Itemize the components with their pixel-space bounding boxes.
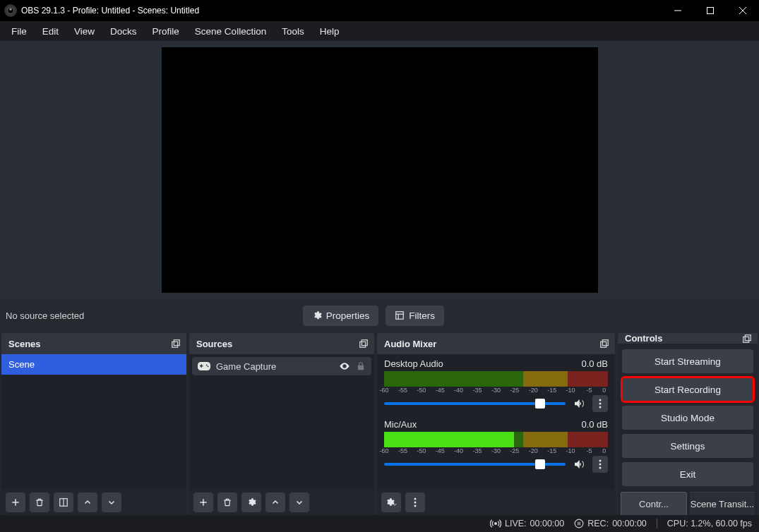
mixer-header[interactable]: Audio Mixer	[377, 333, 615, 354]
meter-ticks: -60-55-50-45-40-35-30-25-20-15-10-50	[384, 447, 608, 454]
pause-icon	[574, 519, 584, 528]
sources-title: Sources	[196, 339, 232, 349]
menu-help[interactable]: Help	[313, 23, 347, 40]
audio-meter	[384, 432, 608, 447]
add-source-button[interactable]	[193, 492, 213, 512]
start-recording-button[interactable]: Start Recording	[622, 377, 753, 401]
window-titlebar: OBS 29.1.3 - Profile: Untitled - Scenes:…	[0, 0, 759, 21]
window-maximize-button[interactable]	[694, 0, 727, 21]
scenes-header[interactable]: Scenes	[1, 333, 186, 354]
trash-icon	[35, 497, 44, 507]
window-close-button[interactable]	[727, 0, 759, 21]
exit-button[interactable]: Exit	[622, 462, 753, 486]
sources-dock: Sources Game Capture	[189, 333, 374, 515]
rec-label: REC:	[587, 519, 609, 528]
menu-profile[interactable]: Profile	[145, 23, 186, 40]
menu-tools[interactable]: Tools	[275, 23, 311, 40]
controls-header[interactable]: Controls	[618, 333, 758, 344]
popout-icon[interactable]	[171, 339, 181, 349]
source-up-button[interactable]	[265, 492, 285, 512]
audio-meter	[384, 371, 608, 387]
preview-area[interactable]	[0, 41, 759, 299]
svg-point-28	[599, 406, 602, 409]
properties-button[interactable]: Properties	[303, 306, 379, 326]
controls-title: Controls	[625, 333, 662, 344]
studio-mode-button[interactable]: Studio Mode	[622, 406, 753, 430]
speaker-icon[interactable]	[573, 397, 585, 410]
tab-scene-transitions[interactable]: Scene Transit...	[690, 492, 755, 515]
svg-point-27	[599, 403, 602, 405]
source-down-button[interactable]	[289, 492, 309, 512]
caret-down-icon	[392, 502, 398, 507]
channel-options-button[interactable]	[592, 456, 608, 473]
speaker-icon[interactable]	[573, 458, 585, 471]
popout-icon[interactable]	[742, 334, 752, 344]
channel-options-button[interactable]	[592, 395, 608, 412]
chevron-up-icon	[83, 498, 92, 507]
controls-dock: Controls Start Streaming Start Recording…	[618, 333, 758, 515]
source-label: Game Capture	[216, 361, 276, 372]
scenes-dock: Scenes Scene	[1, 333, 186, 515]
mixer-channel: Mic/Aux 0.0 dB -60-55-50-45-40-35-30-25-…	[377, 415, 615, 476]
status-cpu: CPU: 1.2%, 60.00 fps	[667, 519, 752, 528]
volume-slider[interactable]	[384, 463, 566, 466]
svg-point-33	[414, 502, 417, 504]
svg-point-32	[414, 498, 417, 500]
gear-icon	[312, 310, 322, 320]
svg-rect-17	[361, 340, 367, 346]
mixer-menu-button[interactable]	[405, 492, 425, 512]
source-properties-button[interactable]	[241, 492, 261, 512]
filters-icon	[395, 310, 405, 320]
svg-rect-24	[601, 341, 606, 347]
status-bar: LIVE: 00:00:00 REC: 00:00:00 CPU: 1.2%, …	[0, 515, 759, 532]
svg-point-2	[9, 8, 12, 11]
menu-docks[interactable]: Docks	[103, 23, 144, 40]
plus-icon	[198, 497, 208, 507]
menu-edit[interactable]: Edit	[35, 23, 66, 40]
svg-rect-11	[174, 340, 179, 346]
channel-name: Desktop Audio	[384, 358, 443, 369]
scene-up-button[interactable]	[78, 492, 97, 512]
menubar: File Edit View Docks Profile Scene Colle…	[0, 21, 759, 41]
channel-db: 0.0 dB	[581, 419, 608, 430]
chevron-up-icon	[271, 498, 280, 507]
volume-slider[interactable]	[384, 402, 566, 405]
remove-source-button[interactable]	[217, 492, 237, 512]
channel-name: Mic/Aux	[384, 419, 417, 430]
window-minimize-button[interactable]	[662, 0, 694, 21]
scene-filters-button[interactable]	[54, 492, 73, 512]
gamepad-icon	[198, 361, 210, 371]
dots-vertical-icon	[599, 459, 602, 469]
settings-button[interactable]: Settings	[622, 434, 753, 458]
menu-file[interactable]: File	[4, 23, 34, 40]
svg-point-31	[599, 467, 602, 469]
menu-view[interactable]: View	[67, 23, 102, 40]
menu-scene-collection[interactable]: Scene Collection	[188, 23, 273, 40]
scene-item[interactable]: Scene	[1, 354, 186, 375]
svg-point-37	[495, 523, 497, 525]
svg-rect-4	[707, 8, 714, 14]
dots-vertical-icon	[599, 399, 602, 409]
source-item[interactable]: Game Capture	[192, 357, 371, 375]
source-toolbar: No source selected Properties Filters	[0, 299, 759, 332]
popout-icon[interactable]	[359, 339, 369, 349]
mixer-settings-button[interactable]	[381, 492, 401, 512]
preview-canvas[interactable]	[162, 47, 598, 293]
eye-icon[interactable]	[339, 361, 350, 372]
lock-icon[interactable]	[356, 361, 366, 371]
remove-scene-button[interactable]	[30, 492, 49, 512]
mixer-title: Audio Mixer	[384, 339, 436, 349]
svg-point-34	[414, 505, 417, 507]
sources-header[interactable]: Sources	[189, 333, 374, 354]
filters-button[interactable]: Filters	[386, 306, 444, 326]
svg-rect-16	[360, 341, 366, 347]
status-connection: LIVE: 00:00:00	[490, 518, 564, 529]
svg-point-30	[599, 464, 602, 466]
scenes-title: Scenes	[8, 339, 41, 349]
start-streaming-button[interactable]: Start Streaming	[622, 349, 753, 373]
svg-point-26	[599, 399, 602, 401]
add-scene-button[interactable]	[6, 492, 25, 512]
tab-controls[interactable]: Contr...	[621, 492, 687, 515]
scene-down-button[interactable]	[102, 492, 121, 512]
popout-icon[interactable]	[599, 339, 609, 349]
